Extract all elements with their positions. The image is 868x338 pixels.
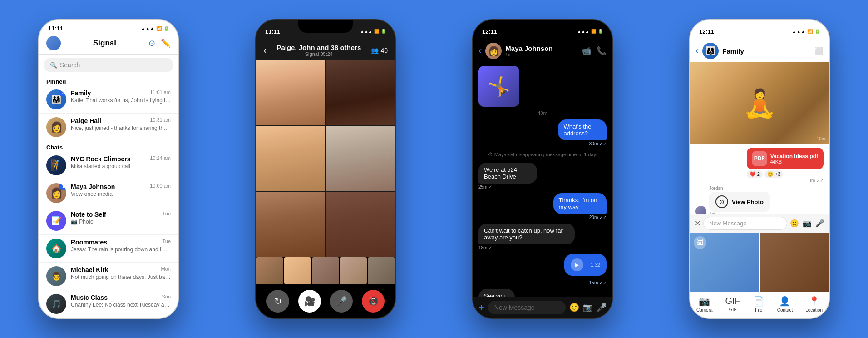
mute-button[interactable]: 🎤 — [330, 290, 353, 313]
phone4-notch — [732, 20, 787, 33]
message-bubble: Thanks, I'm on my way — [553, 193, 607, 214]
header-actions: 📹 📞 — [581, 46, 607, 56]
camera-toolbar-item[interactable]: 📷 Camera — [696, 296, 713, 313]
chat-item-self[interactable]: 📝 Note to Self Tue 📷 Photo — [39, 207, 178, 235]
received-view-photo: Jordan ⊙ View Photo 1m — [695, 186, 770, 214]
roommates-chat-content: Roommates Tue Jessa: The rain is pouring… — [71, 239, 171, 253]
status-time: 12:11 — [699, 28, 714, 35]
chat-item-nyc[interactable]: 🧗 NYC Rock Climbers 10:24 am Mika starte… — [39, 152, 178, 179]
chats-section-label: Chats — [39, 141, 178, 152]
message-meta: 25m ✓ — [478, 184, 492, 189]
file-icon: 📄 — [753, 296, 764, 307]
chat-item-roommates[interactable]: 🏠 Roommates Tue Jessa: The rain is pouri… — [39, 235, 178, 263]
chat-item-family[interactable]: 2 👨‍👩‍👧 Family 11:01 am Katie: That work… — [39, 86, 178, 114]
status-icons: ▲▲▲ 📶 🔋 — [792, 29, 820, 34]
view-photo-content: Jordan ⊙ View Photo 1m — [709, 186, 770, 214]
pdf-card: PDF Vacation Ideas.pdf 44KB — [747, 148, 824, 169]
hero-photo: 🧘 10m — [690, 62, 829, 144]
signal-icon: ▲▲▲ — [792, 29, 805, 34]
voice-duration: 1:32 — [591, 262, 600, 268]
signal-icon: ▲▲▲ — [141, 26, 154, 31]
mic-icon[interactable]: 🎤 — [597, 303, 607, 313]
received-message-2: Can't wait to catch up, how far away are… — [478, 224, 607, 250]
family-avatar: 2 👨‍👩‍👧 — [46, 89, 66, 109]
sticker-icon[interactable]: 🙂 — [790, 219, 799, 228]
input-placeholder: New Message — [709, 220, 746, 227]
video-toggle-button[interactable]: 🎥 — [298, 290, 321, 313]
user-avatar[interactable] — [46, 36, 61, 50]
gif-toolbar-item[interactable]: GIF GIF — [725, 296, 740, 313]
message-bubble: We're at 524 Beach Drive — [478, 163, 537, 184]
group-info: Family — [722, 47, 811, 55]
chat-item-music[interactable]: 🎵 Music Class Sun Chanthy Lee: No class … — [39, 290, 178, 318]
contact-name: Maya Johnson — [505, 45, 577, 52]
chat-item-maya[interactable]: 👩 1 Maya Johnson 10:00 am View-once medi… — [39, 179, 178, 207]
location-icon: 📍 — [809, 296, 820, 307]
camera-icon[interactable]: ⊙ — [148, 38, 155, 48]
message-time: 3m ✓✓ — [747, 178, 824, 183]
chat-item-michael[interactable]: 👨 Michael Kirk Mon Not much going on the… — [39, 263, 178, 290]
attach-cell-1[interactable]: 🖼 — [690, 233, 759, 292]
back-button[interactable]: ‹ — [695, 45, 699, 57]
wifi-icon: 📶 — [591, 29, 596, 34]
sent-message-2: Thanks, I'm on my way 20m ✓✓ — [535, 193, 607, 220]
roommates-avatar: 🏠 — [46, 239, 66, 258]
chat-name: Michael Kirk — [71, 266, 108, 273]
compose-icon[interactable]: ✏️ — [161, 38, 171, 48]
chat-list-header: Signal ⊙ ✏️ — [39, 34, 178, 55]
chat-time: Tue — [162, 239, 171, 246]
phone1-chat-list: 11:11 ▲▲▲ 📶 🔋 Signal ⊙ ✏️ 🔍 Search — [38, 19, 179, 319]
back-button[interactable]: ‹ — [478, 45, 482, 57]
video-call-icon[interactable]: 📹 — [581, 46, 591, 56]
message-input[interactable]: New Message — [488, 301, 566, 314]
chat-name: Note to Self — [71, 211, 106, 218]
contact-toolbar-item[interactable]: 👤 Contact — [777, 296, 793, 313]
self-chat-content: Note to Self Tue 📷 Photo — [71, 211, 171, 225]
view-photo-label[interactable]: View Photo — [732, 199, 764, 205]
header-icons: ⊙ ✏️ — [148, 38, 171, 48]
message-bubble: See you soon! — [478, 289, 515, 297]
received-message-3: See you soon! 11m ✓ — [478, 289, 527, 297]
file-toolbar-item[interactable]: 📄 File — [753, 296, 764, 313]
status-icons: ▲▲▲ 📶 🔋 — [141, 26, 169, 31]
call-info: Paige, John and 38 others Signal 05:24 — [276, 44, 361, 57]
thumb-2 — [284, 257, 311, 284]
rotate-camera-button[interactable]: ↻ — [266, 290, 289, 313]
chat-preview: View-once media — [71, 191, 171, 197]
contact-avatar: 👩 — [485, 43, 502, 59]
end-call-button[interactable]: 📵 — [362, 290, 385, 313]
battery-icon: 🔋 — [163, 26, 169, 31]
video-cell-6 — [326, 192, 395, 257]
reaction-smile: 😊 +3 — [764, 170, 784, 178]
message-input[interactable]: New Message — [703, 217, 787, 230]
signal-icon: ▲▲▲ — [360, 29, 372, 34]
mic-icon[interactable]: 🎤 — [815, 219, 824, 228]
search-bar[interactable]: 🔍 Search — [44, 58, 173, 72]
square-icon[interactable]: ⬜ — [814, 47, 824, 55]
camera-icon[interactable]: 📷 — [583, 303, 593, 313]
wifi-icon: 📶 — [807, 29, 813, 34]
play-button[interactable]: ▶ — [571, 258, 583, 271]
close-button[interactable]: ✕ — [695, 219, 700, 228]
phone-icon[interactable]: 📞 — [597, 46, 607, 56]
add-icon[interactable]: + — [478, 302, 484, 313]
wifi-icon: 📶 — [374, 29, 379, 34]
battery-icon: 🔋 — [598, 29, 603, 34]
back-button[interactable]: ‹ — [263, 45, 266, 56]
phone3-message-thread: 12:11 ▲▲▲ 📶 🔋 ‹ 👩 Maya Johnson 1d 📹 📞 — [472, 19, 613, 319]
file-label: File — [755, 308, 762, 313]
unread-badge: 2 — [59, 89, 66, 97]
gallery-icon: 🖼 — [694, 236, 706, 249]
thumb-4 — [340, 257, 367, 284]
location-toolbar-item[interactable]: 📍 Location — [805, 296, 823, 313]
sticker-icon[interactable]: 🙂 — [569, 303, 579, 313]
input-icons: 🙂 📷 🎤 — [790, 219, 824, 228]
chat-item-paige[interactable]: 👩 Paige Hall 10:31 am Nice, just joined … — [39, 114, 178, 141]
search-placeholder: Search — [60, 61, 80, 69]
thumb-5 — [368, 257, 395, 284]
attach-cell-2[interactable] — [760, 233, 829, 292]
photo-icon: ⊙ — [715, 195, 728, 208]
camera-icon[interactable]: 📷 — [803, 219, 812, 228]
call-subtitle: Signal 05:24 — [276, 51, 361, 57]
family-chat-content: Family 11:01 am Katie: That works for us… — [71, 89, 171, 104]
